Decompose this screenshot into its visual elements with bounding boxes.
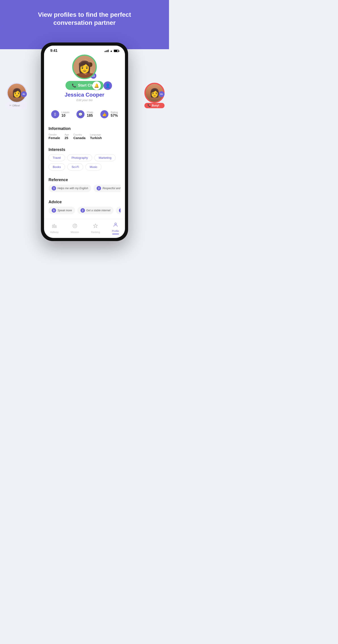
advice-item-3: 3 Improve a... <box>116 206 120 214</box>
svg-point-5 <box>82 64 90 74</box>
info-grid: Gender Female Age 25 Country Canada Lang… <box>48 133 120 143</box>
user-name: Jessica Cooper <box>64 92 104 98</box>
ref-item-1: 3 Helps me with my English <box>48 184 91 192</box>
tag-photography[interactable]: Photography <box>67 154 92 161</box>
language-label: Language <box>90 133 102 136</box>
nav-mission[interactable]: Mission <box>71 223 79 234</box>
notification-bell-icon[interactable]: 🔔 <box>92 82 101 90</box>
advice-text-1: Speak more <box>58 209 72 212</box>
reference-title: Reference <box>48 174 120 184</box>
profile-nav-icon <box>113 222 118 229</box>
chats-value: 185 <box>87 114 93 118</box>
info-country: Country Canada <box>73 133 86 140</box>
info-language: Language Turkish <box>90 133 102 140</box>
gender-label: Gender <box>48 133 60 136</box>
svg-line-15 <box>76 224 76 225</box>
ref-count-1: 3 <box>52 186 56 190</box>
reference-items: 3 Helps me with my English 2 Respectful … <box>48 184 120 196</box>
advice-items: 5 Speak more 2 Get a stable internet 3 I… <box>48 206 120 218</box>
tag-travel[interactable]: Travel <box>48 154 65 161</box>
offline-status: ✂ Offline! <box>7 103 27 108</box>
tag-marketing[interactable]: Marketing <box>94 154 116 161</box>
stat-rating: 👍 Rating 57% <box>100 110 118 118</box>
status-icons: ▲ <box>104 49 119 52</box>
active-indicator <box>112 234 119 234</box>
ref-count-2: 2 <box>96 186 101 190</box>
mission-label: Mission <box>71 231 79 234</box>
busy-status: 📞 Busy! <box>144 103 164 108</box>
information-section: Information Gender Female Age 25 Country… <box>44 122 125 218</box>
phone-icon: 📞 <box>72 84 76 88</box>
advice-count-2: 2 <box>80 208 85 213</box>
user-bio: Edit your bio <box>76 98 92 102</box>
float-card-right: B1 📞 Busy! <box>144 83 164 108</box>
header-background: View profiles to find the perfect conver… <box>0 0 169 49</box>
gender-value: Female <box>48 136 60 140</box>
nav-profile[interactable]: Profile <box>112 222 119 234</box>
phone-screen: 9:41 ▲ 🔔 👤 <box>44 46 125 238</box>
phone-area: B1 ✂ Offline! B1 📞 Busy! 9:41 <box>0 42 169 254</box>
profile-header: B1 📞 Start Chat! Jessica Cooper Edit you… <box>44 54 125 105</box>
hallway-icon <box>52 223 57 230</box>
nav-hallway[interactable]: Hallway <box>50 223 59 234</box>
status-time: 9:41 <box>50 49 58 53</box>
svg-rect-10 <box>54 224 55 228</box>
advice-text-2: Get a stable internet <box>86 209 110 212</box>
interests-title: Interests <box>48 143 120 154</box>
svg-point-6 <box>83 67 84 69</box>
advice-title: Advice <box>48 196 120 206</box>
main-avatar <box>72 54 97 79</box>
svg-rect-11 <box>56 226 56 228</box>
header-title: View profiles to find the perfect conver… <box>0 0 169 27</box>
information-title: Information <box>48 122 120 133</box>
svg-point-7 <box>87 67 88 69</box>
ref-text-2: Respectful and polite <box>102 187 120 190</box>
signal-icon <box>104 50 109 52</box>
country-value: Canada <box>73 136 86 140</box>
ref-item-2: 2 Respectful and polite <box>94 184 120 192</box>
ranking-icon <box>93 223 98 230</box>
float-badge-left: B1 <box>21 91 27 97</box>
language-value: Turkish <box>90 136 102 140</box>
stat-linqoin: ₿ Linqoin 10 <box>51 110 69 118</box>
info-age: Age 25 <box>64 133 69 140</box>
float-badge-right: B1 <box>159 91 164 97</box>
info-gender: Gender Female <box>48 133 60 140</box>
ref-text-1: Helps me with my English <box>58 187 88 190</box>
rating-label: Rating <box>111 111 118 114</box>
age-label: Age <box>64 133 69 136</box>
phone-frame: 9:41 ▲ 🔔 👤 <box>41 42 128 241</box>
avatar-container: B1 <box>72 57 97 79</box>
avatar-face <box>73 56 96 78</box>
bottom-nav: Hallway Mission <box>44 219 125 238</box>
svg-rect-4 <box>79 62 92 67</box>
svg-point-16 <box>115 223 116 225</box>
svg-point-1 <box>81 59 90 70</box>
tag-scifi[interactable]: Sci-Fi <box>67 164 83 170</box>
svg-point-13 <box>74 225 76 227</box>
advice-count-1: 5 <box>52 208 56 213</box>
battery-icon <box>114 50 119 52</box>
wifi-icon: ▲ <box>110 49 113 52</box>
advice-item-1: 5 Speak more <box>48 206 75 214</box>
nav-ranking[interactable]: Ranking <box>91 223 100 234</box>
interests-tags: Travel Photography Marketing Books Sci-F… <box>48 154 120 174</box>
status-bar: 9:41 ▲ <box>44 46 125 54</box>
svg-point-2 <box>81 59 90 69</box>
chats-label: Chats <box>87 111 93 114</box>
chats-icon: 💬 <box>76 110 84 118</box>
ranking-label: Ranking <box>91 231 100 234</box>
hallway-label: Hallway <box>50 231 59 234</box>
tag-books[interactable]: Books <box>48 164 65 170</box>
profile-icon[interactable]: 👤 <box>104 82 112 90</box>
advice-item-2: 2 Get a stable internet <box>77 206 114 214</box>
age-value: 25 <box>64 136 69 140</box>
country-label: Country <box>73 133 86 136</box>
stat-chats: 💬 Chats 185 <box>76 110 93 118</box>
svg-rect-9 <box>52 225 53 228</box>
advice-count-3: 3 <box>119 208 120 213</box>
linqoin-value: 10 <box>62 114 69 118</box>
stats-row: ₿ Linqoin 10 💬 Chats 185 👍 <box>44 106 125 122</box>
tag-music[interactable]: Music <box>86 164 102 170</box>
linqoin-label: Linqoin <box>62 111 69 114</box>
